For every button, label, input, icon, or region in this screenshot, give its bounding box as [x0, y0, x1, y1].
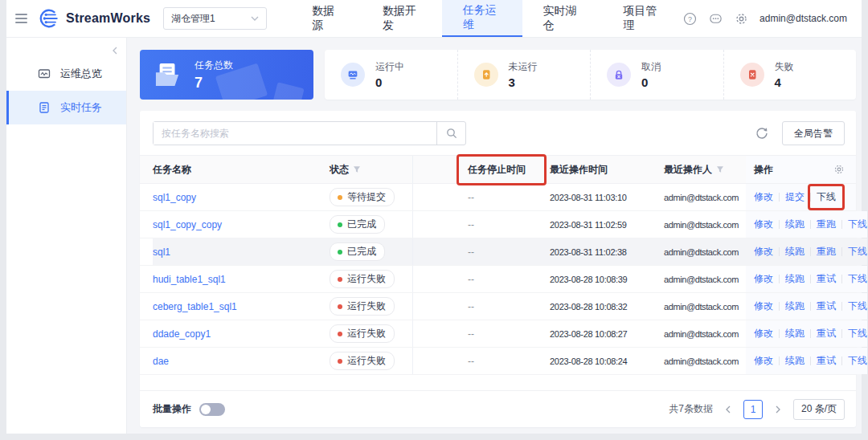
task-name-link[interactable]: ddade_copy1 — [153, 328, 211, 340]
table-row[interactable]: ceberg_table1_sql1 运行失败 -- 2023-08-28 10… — [140, 293, 856, 320]
message-icon[interactable] — [708, 11, 723, 26]
batch-ops-toggle[interactable] — [199, 403, 225, 416]
row-action[interactable]: 下线 — [848, 245, 867, 259]
sidebar-collapse-icon[interactable] — [108, 44, 121, 57]
task-name-link[interactable]: sql1_copy — [153, 192, 196, 203]
sidebar-item-ops-overview[interactable]: 运维总览 — [6, 57, 126, 91]
row-action[interactable]: 提交 — [785, 190, 805, 204]
task-search — [153, 121, 466, 145]
table-row[interactable]: dae 运行失败 -- 2023-08-28 10:08:24 admin@dt… — [140, 348, 856, 375]
task-name-link[interactable]: sql1_copy_copy — [153, 219, 222, 230]
stop-time-cell: -- — [413, 266, 527, 292]
nav-item-data-dev[interactable]: 数据开发 — [362, 0, 442, 37]
row-action[interactable]: 修改 — [754, 190, 773, 204]
filter-icon[interactable] — [353, 165, 361, 173]
row-action[interactable]: 修改 — [754, 327, 773, 340]
row-action[interactable]: 修改 — [754, 272, 773, 286]
stat-not-running: 未运行 3 — [457, 50, 591, 100]
row-actions: 修改续跑重试下线 — [746, 348, 867, 374]
refresh-icon[interactable] — [755, 126, 769, 141]
running-icon — [341, 63, 365, 87]
row-action[interactable]: 下线 — [848, 218, 867, 231]
table-row[interactable]: hudi_table1_sql1 运行失败 -- 2023-08-28 10:0… — [140, 266, 856, 293]
row-action[interactable]: 下线 — [848, 272, 867, 286]
search-input[interactable] — [154, 122, 436, 145]
row-action[interactable]: 修改 — [754, 354, 773, 368]
row-action[interactable]: 续跑 — [785, 272, 805, 286]
row-action[interactable]: 续跑 — [785, 245, 805, 259]
row-action[interactable]: 重试 — [817, 299, 836, 313]
stop-time-cell: -- — [413, 211, 527, 238]
row-actions: 修改续跑重试下线 — [746, 266, 867, 292]
status-label: 已完成 — [347, 245, 376, 259]
row-action[interactable]: 重试 — [817, 354, 836, 368]
row-action[interactable]: 续跑 — [785, 299, 805, 313]
page-size-select[interactable]: 20 条/页 — [793, 399, 845, 420]
workspace-select[interactable]: 湖仓管理1 — [163, 7, 267, 30]
row-action[interactable]: 下线 — [817, 190, 836, 204]
user-email[interactable]: admin@dtstack.com — [760, 13, 847, 24]
recent-operator-cell: admin@dtstack.com — [640, 266, 746, 292]
recent-op-time-cell: 2023-08-31 11:02:59 — [527, 211, 640, 238]
nav-item-task-ops[interactable]: 任务运维 — [442, 0, 522, 37]
row-action[interactable]: 续跑 — [785, 354, 805, 368]
row-action[interactable]: 下线 — [848, 299, 867, 313]
table-row[interactable]: sql1_copy 等待提交 -- 2023-08-31 11:03:10 ad… — [140, 184, 856, 211]
stat-value: 0 — [641, 75, 661, 89]
task-name-link[interactable]: sql1 — [153, 246, 170, 258]
stat-card-total: 任务总数 7 — [140, 50, 313, 100]
hamburger-menu-icon[interactable] — [6, 0, 36, 37]
total-count: 共7条数据 — [669, 402, 713, 416]
filter-icon[interactable] — [716, 165, 724, 173]
stat-value: 0 — [375, 75, 404, 89]
sidebar-item-realtime-tasks[interactable]: 实时任务 — [6, 91, 126, 124]
status-badge: 等待提交 — [330, 188, 395, 206]
row-action[interactable]: 下线 — [848, 327, 867, 340]
table-toolbar: 全局告警 — [140, 111, 856, 155]
search-icon — [446, 128, 457, 139]
table-row[interactable]: sql1_copy_copy 已完成 -- 2023-08-31 11:02:5… — [140, 211, 856, 238]
help-icon[interactable]: ? — [682, 11, 697, 26]
status-badge: 已完成 — [330, 215, 385, 234]
row-action[interactable]: 重试 — [817, 327, 836, 340]
prev-page-icon[interactable] — [721, 402, 735, 417]
column-settings-gear-icon[interactable] — [833, 164, 845, 175]
action-divider — [779, 356, 780, 365]
task-name-link[interactable]: dae — [153, 356, 169, 367]
app-logo: StreamWorks — [36, 0, 158, 37]
settings-gear-icon[interactable] — [734, 11, 748, 26]
next-page-icon[interactable] — [771, 402, 785, 417]
nav-item-realtime-lake[interactable]: 实时湖仓 — [522, 0, 603, 37]
task-name-link[interactable]: ceberg_table1_sql1 — [153, 301, 237, 312]
nav-item-datasource[interactable]: 数据源 — [291, 0, 362, 37]
sidebar-item-label: 运维总览 — [60, 67, 102, 81]
action-divider — [841, 247, 842, 256]
stat-label: 运行中 — [375, 60, 404, 74]
row-actions: 修改续跑重跑下线 — [746, 238, 867, 265]
table-row[interactable]: ddade_copy1 运行失败 -- 2023-08-28 10:08:27 … — [140, 320, 856, 348]
task-name-link[interactable]: hudi_table1_sql1 — [153, 274, 226, 285]
row-action[interactable]: 重跑 — [817, 245, 836, 259]
row-action[interactable]: 续跑 — [785, 327, 805, 340]
status-label: 等待提交 — [347, 190, 386, 204]
stat-value: 4 — [775, 75, 794, 89]
status-label: 运行失败 — [347, 299, 386, 313]
row-action[interactable]: 修改 — [754, 245, 773, 259]
action-divider — [779, 220, 780, 229]
row-action[interactable]: 修改 — [754, 218, 773, 231]
page-number[interactable]: 1 — [743, 400, 763, 419]
row-action[interactable]: 重跑 — [817, 218, 836, 231]
row-action[interactable]: 修改 — [754, 299, 773, 313]
row-action[interactable]: 下线 — [848, 354, 867, 368]
search-button[interactable] — [436, 122, 465, 145]
nav-item-project-mgmt[interactable]: 项目管理 — [602, 0, 682, 37]
action-divider — [810, 302, 811, 311]
status-label: 运行失败 — [347, 272, 386, 286]
stat-failed: 失败 4 — [723, 50, 857, 100]
row-action[interactable]: 重试 — [817, 272, 836, 286]
not-running-icon — [474, 63, 498, 87]
row-action[interactable]: 续跑 — [785, 218, 805, 231]
global-alarm-button[interactable]: 全局告警 — [782, 121, 845, 145]
table-row[interactable]: sql1 已完成 -- 2023-08-31 11:02:38 admin@dt… — [140, 238, 856, 266]
status-dot — [338, 222, 342, 227]
